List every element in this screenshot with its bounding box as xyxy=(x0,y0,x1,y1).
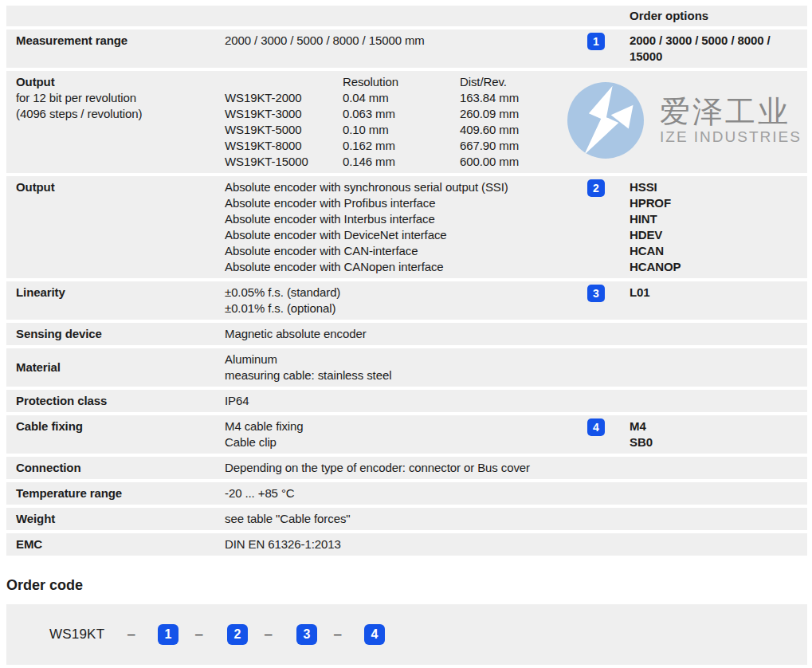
row-label: Output xyxy=(16,74,225,90)
resolution-table: Resolution Dist/Rev. WS19KT-2000 0.04 mm… xyxy=(225,71,587,173)
row-connection: Connection Depending on the type of enco… xyxy=(6,457,807,479)
row-value-block: M4 cable fixing Cable clip xyxy=(225,415,587,454)
option-values: 2000 / 3000 / 5000 / 8000 / 15000 xyxy=(630,33,771,65)
row-weight: Weight see table "Cable forces" xyxy=(6,508,807,530)
table-cell-model: WS19KT-3000 xyxy=(225,106,343,122)
logo-text-block: 爱泽工业 IZE INDUSTRIES xyxy=(660,95,802,146)
row-value: IP64 xyxy=(225,390,587,412)
value-line: Absolute encoder with synchronous serial… xyxy=(225,179,587,195)
row-label: Sensing device xyxy=(6,323,225,345)
table-cell-res: 0.04 mm xyxy=(343,90,460,106)
order-code-prefix: WS19KT xyxy=(49,627,104,642)
row-order-options: 4 M4 SB0 xyxy=(587,415,807,454)
order-code-badge-1: 1 xyxy=(158,624,178,645)
header-value-spacer xyxy=(225,6,587,26)
logo-latin-name: IZE INDUSTRIES xyxy=(660,128,802,146)
row-label: Temperature range xyxy=(6,482,225,505)
row-order-options xyxy=(587,390,807,412)
row-value: 2000 / 3000 / 5000 / 8000 / 15000 mm xyxy=(225,29,587,68)
spec-table: Order options Measurement range 2000 / 3… xyxy=(0,0,812,556)
table-cell-model: WS19KT-15000 xyxy=(225,154,343,170)
header-label-spacer xyxy=(6,6,225,26)
value-line: Absolute encoder with CAN-interface xyxy=(225,243,587,259)
row-order-options xyxy=(587,348,807,387)
row-label: Measurement range xyxy=(6,29,225,68)
option-line: 15000 xyxy=(630,49,771,65)
row-temperature-range: Temperature range -20 ... +85 °C xyxy=(6,482,807,505)
option-values: HSSI HPROF HINT HDEV HCAN HCANOP xyxy=(630,179,681,275)
value-line: Absolute encoder with CANopen interface xyxy=(225,259,587,275)
order-code-badge-3: 3 xyxy=(296,624,317,645)
row-value-block: Absolute encoder with synchronous serial… xyxy=(225,176,587,278)
row-output-resolution: Output for 12 bit per revolution (4096 s… xyxy=(6,71,807,173)
order-code-row: WS19KT – 1 – 2 – 3 – 4 xyxy=(6,604,807,665)
datasheet-page: Order options Measurement range 2000 / 3… xyxy=(0,0,812,668)
order-options-header-row: Order options xyxy=(6,6,807,26)
row-label: Material xyxy=(6,360,225,375)
row-order-options xyxy=(587,533,807,556)
order-code-dash: – xyxy=(334,627,341,642)
resolution-table-grid: Resolution Dist/Rev. WS19KT-2000 0.04 mm… xyxy=(225,74,587,170)
row-material: Material Aluminum measuring cable: stain… xyxy=(6,348,807,387)
row-label: Output xyxy=(6,176,225,278)
row-output-interfaces: Output Absolute encoder with synchronous… xyxy=(6,176,807,278)
row-label: Cable fixing xyxy=(6,415,225,454)
option-badge-2: 2 xyxy=(587,179,605,197)
value-line: Aluminum xyxy=(225,352,587,367)
ize-industries-logo: 爱泽工业 IZE INDUSTRIES xyxy=(567,82,802,159)
row-sublabel: (4096 steps / revolution) xyxy=(16,106,225,122)
table-cell-model: WS19KT-2000 xyxy=(225,90,343,106)
row-order-options xyxy=(587,508,807,530)
option-line: M4 xyxy=(630,418,653,434)
option-line: HDEV xyxy=(630,227,681,243)
value-line: M4 cable fixing xyxy=(225,418,587,434)
option-line: HPROF xyxy=(630,195,681,211)
row-value-block: ±0.05% f.s. (standard) ±0.01% f.s. (opti… xyxy=(225,281,587,320)
option-line: HCAN xyxy=(630,243,681,259)
option-badge-1: 1 xyxy=(587,33,605,50)
row-order-options: 3 L01 xyxy=(587,281,807,320)
option-badge-3: 3 xyxy=(587,285,605,302)
table-cell-res: 0.146 mm xyxy=(343,154,460,170)
option-line: HCANOP xyxy=(630,259,681,275)
table-cell-res: 0.10 mm xyxy=(343,122,460,138)
ize-logo-icon xyxy=(567,82,644,159)
value-line: ±0.05% f.s. (standard) xyxy=(225,285,587,301)
row-label: Linearity xyxy=(6,281,225,320)
row-emc: EMC DIN EN 61326-1:2013 xyxy=(6,533,807,556)
order-code-dash: – xyxy=(127,627,135,642)
row-protection-class: Protection class IP64 xyxy=(6,390,807,412)
value-line: ±0.01% f.s. (optional) xyxy=(225,301,587,316)
value-line: Absolute encoder with Interbus interface xyxy=(225,211,587,227)
option-line: SB0 xyxy=(630,434,653,450)
table-cell-model: WS19KT-5000 xyxy=(225,122,343,138)
table-cell-res: 0.063 mm xyxy=(343,106,460,122)
option-values: L01 xyxy=(630,285,650,301)
row-order-options: 1 2000 / 3000 / 5000 / 8000 / 15000 xyxy=(587,29,807,68)
order-code-heading: Order code xyxy=(6,576,812,594)
row-measurement-range: Measurement range 2000 / 3000 / 5000 / 8… xyxy=(6,29,807,68)
row-label: EMC xyxy=(6,533,225,556)
row-order-options: 2 HSSI HPROF HINT HDEV HCAN HCANOP xyxy=(587,176,807,278)
row-value: Magnetic absolute encoder xyxy=(225,323,587,345)
option-line: 2000 / 3000 / 5000 / 8000 / xyxy=(630,33,771,49)
row-label: Weight xyxy=(6,508,225,530)
row-order-options xyxy=(587,323,807,345)
order-code-dash: – xyxy=(265,627,272,642)
logo-chinese-name: 爱泽工业 xyxy=(660,95,802,128)
order-code-badge-2: 2 xyxy=(227,624,248,645)
option-line: HSSI xyxy=(630,179,681,195)
header-order-cell: Order options xyxy=(587,6,807,26)
order-options-title: Order options xyxy=(630,8,708,24)
table-cell-model: WS19KT-8000 xyxy=(225,138,343,154)
row-order-options xyxy=(587,482,807,505)
row-order-options xyxy=(587,457,807,479)
row-value: see table "Cable forces" xyxy=(225,508,587,530)
row-label: Connection xyxy=(6,457,225,479)
option-badge-4: 4 xyxy=(587,418,605,436)
row-value-block: Aluminum measuring cable: stainless stee… xyxy=(225,348,587,387)
row-sensing-device: Sensing device Magnetic absolute encoder xyxy=(6,323,807,345)
option-line: L01 xyxy=(630,285,650,301)
row-cable-fixing: Cable fixing M4 cable fixing Cable clip … xyxy=(6,415,807,454)
row-value: -20 ... +85 °C xyxy=(225,482,587,505)
